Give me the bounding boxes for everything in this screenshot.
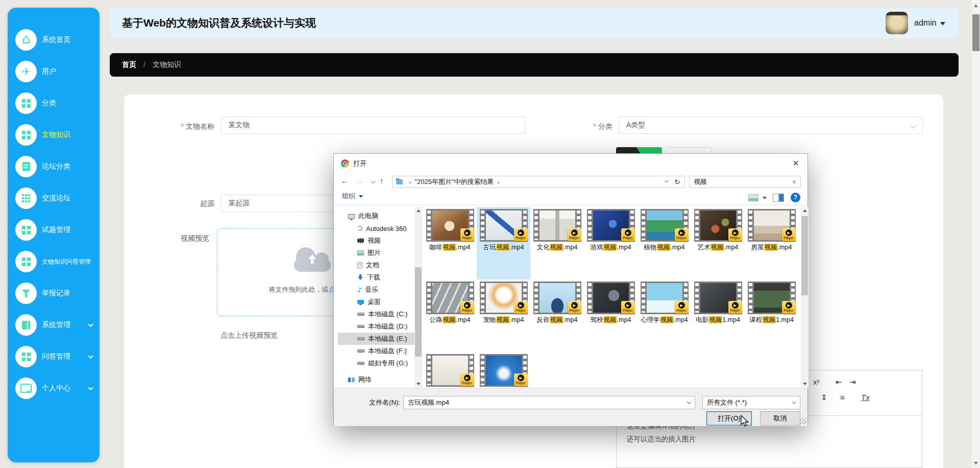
sidebar-item[interactable]: 系统管理 <box>8 309 100 341</box>
sidebar-item[interactable]: 交流论坛 <box>8 182 100 214</box>
forward-button[interactable]: → <box>356 176 364 185</box>
player-badge-label: Player <box>514 309 528 313</box>
tree-item-icon <box>348 378 355 382</box>
chevron-down-icon <box>88 322 93 327</box>
tree-item[interactable]: 本地磁盘 (F:) <box>338 345 414 357</box>
search-input[interactable]: 视频 × <box>689 176 801 188</box>
tree-item[interactable]: Autodesk 360 <box>338 222 414 235</box>
page-scrollbar[interactable] <box>972 0 980 468</box>
scroll-down-icon[interactable] <box>416 383 421 385</box>
line-height-icon[interactable]: ≡ <box>840 393 845 402</box>
close-icon[interactable]: × <box>788 156 803 170</box>
scrollbar-thumb[interactable] <box>415 267 422 357</box>
file-item[interactable]: Player 文化视频.mp4 <box>530 207 584 279</box>
tree-item[interactable]: 下载 <box>338 271 414 284</box>
file-name: 驾校视频.mp4 <box>584 316 638 324</box>
tree-item[interactable]: 文档 <box>338 259 414 271</box>
clear-format-icon[interactable]: Tx <box>861 393 870 402</box>
history-chevron-icon[interactable] <box>371 179 375 183</box>
video-thumbnail: Player <box>587 209 635 242</box>
name-input[interactable]: 某文物 <box>220 116 526 134</box>
file-item[interactable]: Player 宠物视频.mp4 <box>477 279 530 352</box>
tree-item[interactable]: 本地磁盘 (C:) <box>338 308 414 320</box>
sidebar-item[interactable]: 试题管理 <box>8 214 100 246</box>
search-highlight: 视频 <box>603 316 617 323</box>
address-text[interactable]: "2025年图片"中的搜索结果 <box>414 177 494 186</box>
back-button[interactable]: ← <box>341 176 349 185</box>
file-item[interactable]: Player 古玩视频.mp4 <box>477 207 530 279</box>
scroll-down-icon[interactable] <box>803 383 807 385</box>
tree-item-label: 本地磁盘 (E:) <box>368 334 407 343</box>
tree-item[interactable]: 视频 <box>338 235 414 247</box>
up-button[interactable]: ↑ <box>380 176 384 185</box>
tree-scrollbar[interactable] <box>414 207 422 388</box>
tree-item[interactable]: 桌面 <box>338 296 414 308</box>
sidebar-item[interactable]: 举报记录 <box>8 277 100 309</box>
sidebar-item[interactable]: 系统首页 <box>8 24 100 56</box>
file-item[interactable]: Player 艺术视频.mp4 <box>691 207 745 279</box>
file-item[interactable]: Player 房屋视频.mp4 <box>745 207 798 279</box>
play-icon <box>518 302 524 309</box>
file-item[interactable]: Player 心理学视频.mp4 <box>638 279 691 352</box>
tree-item[interactable]: 网络 <box>338 373 414 386</box>
scrollbar-thumb[interactable] <box>801 216 808 295</box>
breadcrumb-home[interactable]: 首页 <box>122 60 136 69</box>
view-thumbnails-icon[interactable] <box>748 194 758 201</box>
sidebar-item[interactable]: 问答管理 <box>8 341 100 372</box>
help-icon[interactable]: ? <box>791 193 800 202</box>
scroll-down-icon[interactable] <box>974 462 978 465</box>
sidebar-item[interactable]: 分类 <box>8 87 100 119</box>
preview-pane-icon[interactable] <box>773 194 784 202</box>
file-item[interactable]: Player 植物视频.mp4 <box>638 207 691 279</box>
user-menu[interactable]: admin <box>914 8 945 38</box>
breadcrumb-chevron[interactable]: › <box>498 178 500 186</box>
scroll-up-icon[interactable] <box>803 209 807 212</box>
view-dropdown-icon[interactable] <box>763 197 767 199</box>
file-item[interactable]: Player 驾校视频.mp4 <box>584 279 638 352</box>
tree-item-icon <box>357 349 364 353</box>
file-item[interactable]: Player 电影视频1.mp4 <box>691 279 745 352</box>
indent-icon[interactable]: ⇥ <box>849 378 856 387</box>
cancel-button[interactable]: 取消 <box>760 411 800 426</box>
file-grid-scrollbar[interactable] <box>801 207 808 388</box>
organize-button[interactable]: 组织 <box>342 192 363 201</box>
sidebar-item[interactable]: 个人中心 <box>8 372 100 404</box>
refresh-icon[interactable]: ↻ <box>674 178 680 186</box>
resize-grip[interactable] <box>800 418 806 424</box>
sidebar-item[interactable]: 文物知识问答管理 <box>8 246 100 277</box>
superscript-icon[interactable]: x² <box>813 378 820 386</box>
tree-item-icon <box>348 214 355 219</box>
vertical-spacing-icon[interactable]: ⇕ <box>821 393 827 402</box>
file-item[interactable]: Player <box>477 352 530 388</box>
tree-item[interactable]: 图片 <box>338 247 414 259</box>
page-title: 基于Web的文物知识普及系统设计与实现 <box>122 8 316 38</box>
address-dropdown-icon[interactable] <box>665 178 669 182</box>
filetype-select[interactable]: 所有文件 (*.*) <box>702 396 800 409</box>
tree-item[interactable]: 音乐 <box>338 284 414 296</box>
player-badge-icon: Player <box>568 228 581 241</box>
tree-item[interactable]: 此电脑 <box>338 210 414 222</box>
category-select[interactable]: A类型 <box>619 116 923 134</box>
address-bar[interactable]: › "2025年图片"中的搜索结果 › ↻ <box>392 176 685 188</box>
file-item[interactable]: Player 公路视频.mp4 <box>423 279 477 352</box>
file-item[interactable]: Player 游戏视频.mp4 <box>584 207 638 279</box>
tree-item[interactable]: 本地磁盘 (E:) <box>338 333 414 345</box>
breadcrumb-current: 文物知识 <box>153 60 181 69</box>
file-item[interactable]: Player 反诈视频.mp4 <box>530 279 584 352</box>
file-item[interactable]: Player 咖啡视频.mp4 <box>423 207 477 279</box>
clear-search-icon[interactable]: × <box>792 178 796 186</box>
scroll-up-icon[interactable] <box>974 4 978 7</box>
filename-input[interactable]: 古玩视频.mp4 <box>403 396 695 409</box>
avatar[interactable] <box>886 12 908 34</box>
category-field-label: *分类 <box>551 122 612 131</box>
sidebar-item[interactable]: 用户 <box>8 56 100 87</box>
file-item[interactable]: Player <box>423 352 477 388</box>
file-item[interactable]: Player 课程视频1.mp4 <box>745 279 798 352</box>
scroll-up-icon[interactable] <box>416 209 421 212</box>
scrollbar-thumb[interactable] <box>972 14 979 51</box>
sidebar-item[interactable]: 论坛分类 <box>8 151 100 182</box>
outdent-icon[interactable]: ⇤ <box>836 378 842 387</box>
sidebar-item[interactable]: 文物知识 <box>8 119 100 151</box>
tree-item[interactable]: 本地磁盘 (D:) <box>338 320 414 333</box>
tree-item[interactable]: 媳妇专用 (G:) <box>338 357 414 369</box>
